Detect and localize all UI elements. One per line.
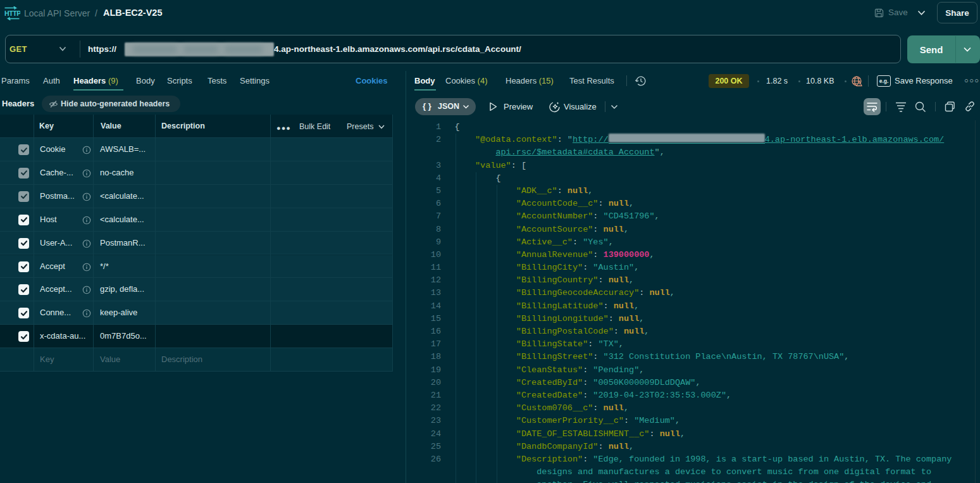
svg-text:HTTP: HTTP (4, 9, 20, 17)
